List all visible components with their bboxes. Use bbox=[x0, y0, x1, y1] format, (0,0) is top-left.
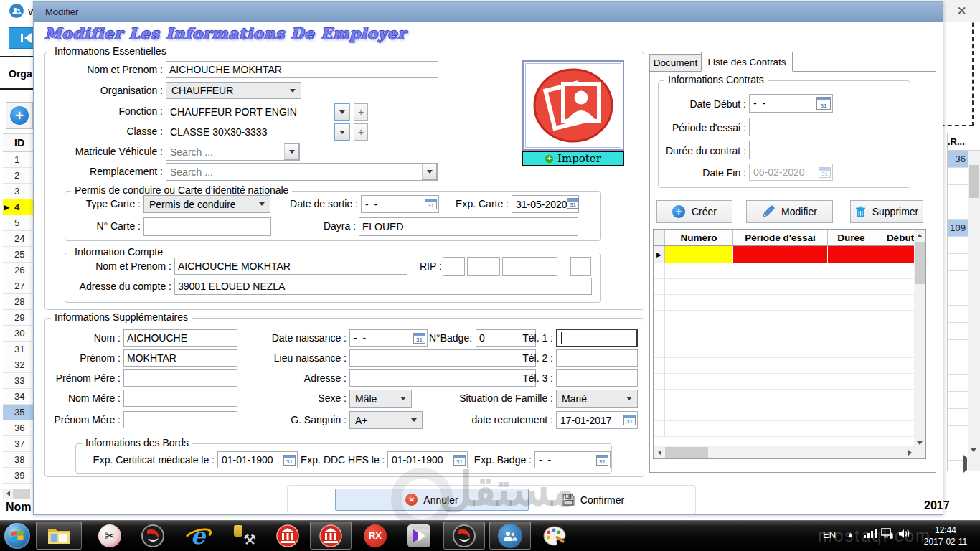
right-grid-cell[interactable] bbox=[948, 392, 968, 409]
supp-nom-input[interactable] bbox=[123, 329, 237, 347]
ddc-picker[interactable]: 01-01-190031 bbox=[387, 451, 468, 468]
contracts-table[interactable]: Numéro Période d'essai Durée Début ▶ bbox=[653, 229, 926, 459]
taskbar-hr-app-active[interactable] bbox=[489, 522, 531, 550]
classe-add-button[interactable]: + bbox=[354, 123, 368, 141]
hscroll-thumb[interactable] bbox=[13, 489, 30, 499]
exp-badge-picker[interactable]: - -31 bbox=[534, 451, 611, 468]
date-sortie-picker[interactable]: - -31 bbox=[361, 195, 439, 213]
dialog-title-bar[interactable]: Modifier bbox=[34, 2, 943, 22]
classe-combo[interactable]: CLASSE 30X30-3333 bbox=[166, 123, 350, 141]
rip-input-2[interactable] bbox=[467, 257, 500, 276]
remplacement-combo[interactable] bbox=[166, 163, 438, 181]
taskbar-kmplayer[interactable] bbox=[399, 522, 439, 550]
scroll-thumb[interactable] bbox=[665, 447, 708, 458]
taskbar-snipping-tool[interactable]: ✂ bbox=[90, 522, 129, 550]
volume-icon[interactable] bbox=[898, 528, 911, 542]
tel1-input-focused[interactable] bbox=[556, 329, 638, 347]
tab-document[interactable]: Document bbox=[649, 54, 702, 72]
language-indicator[interactable]: EN bbox=[823, 529, 836, 540]
supprimer-button[interactable]: Supprimer bbox=[850, 200, 923, 223]
taskbar-bank-app-2[interactable] bbox=[310, 522, 352, 550]
calendar-icon[interactable]: 31 bbox=[567, 198, 579, 209]
sexe-select[interactable]: Mâle bbox=[349, 390, 412, 408]
importer-button[interactable]: + Impoter bbox=[522, 151, 624, 166]
scroll-thumb[interactable] bbox=[915, 242, 925, 284]
calendar-icon[interactable]: 31 bbox=[816, 97, 831, 110]
right-grid-cell[interactable] bbox=[948, 288, 968, 306]
annuler-button[interactable]: ✕ Annuler bbox=[335, 489, 529, 511]
modifier-button[interactable]: Modifier bbox=[746, 200, 833, 223]
sanguin-select[interactable]: A+ bbox=[349, 411, 423, 429]
dropdown-button[interactable] bbox=[334, 103, 349, 121]
right-grid-cell[interactable] bbox=[948, 357, 968, 375]
recrutement-picker[interactable]: 17-01-201731 bbox=[556, 411, 638, 429]
right-grid-cell[interactable] bbox=[948, 426, 968, 443]
table-vscrollbar[interactable] bbox=[914, 230, 925, 446]
right-grid-cell[interactable]: 36 bbox=[948, 151, 968, 168]
cell-numero[interactable] bbox=[665, 246, 733, 263]
taskbar-admin-tool[interactable]: ⚒ ∙∙∙ bbox=[224, 522, 264, 550]
close-icon[interactable]: ✕ bbox=[956, 4, 966, 19]
duree-contrat-input[interactable] bbox=[749, 141, 796, 159]
fonction-add-button[interactable]: + bbox=[354, 103, 368, 121]
supp-prenom-input[interactable] bbox=[123, 349, 237, 367]
cell-periode[interactable] bbox=[733, 246, 828, 263]
taskbar-paint[interactable] bbox=[535, 522, 574, 550]
organisation-select[interactable]: CHAUFFEUR bbox=[166, 82, 301, 99]
taskbar-bank-app-1[interactable] bbox=[268, 522, 307, 550]
add-record-button[interactable]: + bbox=[6, 102, 33, 129]
right-grid-cell[interactable] bbox=[948, 375, 968, 392]
matricule-search-input[interactable] bbox=[170, 146, 281, 158]
dropdown-button[interactable] bbox=[284, 143, 299, 160]
tab-liste-contrats[interactable]: Liste des Contrats bbox=[701, 52, 793, 72]
periode-essai-input[interactable] bbox=[749, 118, 796, 136]
taskbar-clock[interactable]: 12:44 2017-02-11 bbox=[917, 524, 974, 547]
cell-debut[interactable] bbox=[875, 246, 915, 263]
right-grid-cell[interactable]: 109 bbox=[948, 220, 968, 237]
rip-input-1[interactable] bbox=[443, 257, 465, 276]
num-carte-input[interactable] bbox=[143, 217, 271, 236]
right-grid-cell[interactable] bbox=[948, 323, 968, 340]
network-icon[interactable] bbox=[881, 528, 894, 542]
tray-expand-icon[interactable]: ▲ bbox=[847, 531, 854, 538]
cell-duree[interactable] bbox=[828, 246, 875, 263]
right-grid-cell[interactable] bbox=[948, 409, 968, 426]
supp-adresse-input[interactable] bbox=[349, 369, 536, 387]
calendar-icon[interactable]: 31 bbox=[623, 415, 636, 425]
scroll-right-icon[interactable] bbox=[963, 455, 967, 473]
right-grid-cell[interactable] bbox=[948, 202, 968, 220]
right-grid-cell[interactable] bbox=[948, 271, 968, 288]
adresse-compte-input[interactable] bbox=[174, 278, 592, 295]
calendar-icon[interactable]: 31 bbox=[425, 199, 437, 209]
right-grid-scrollbar[interactable] bbox=[968, 151, 980, 471]
confirmer-button[interactable]: Confirmer bbox=[540, 489, 647, 511]
tel2-input[interactable] bbox=[556, 349, 638, 367]
famille-select[interactable]: Marié bbox=[556, 390, 638, 408]
taskbar-internet-explorer[interactable]: e bbox=[178, 522, 218, 550]
table-hscrollbar[interactable] bbox=[654, 446, 914, 458]
rip-input-4[interactable] bbox=[570, 257, 591, 276]
nom-prenom-input[interactable] bbox=[166, 61, 438, 78]
dayra-input[interactable] bbox=[359, 217, 578, 236]
calendar-icon[interactable]: 31 bbox=[596, 455, 608, 466]
signal-icon[interactable] bbox=[864, 528, 877, 538]
remplacement-search-input[interactable] bbox=[170, 166, 418, 178]
taskbar-rx-app[interactable]: RX bbox=[356, 522, 395, 550]
dropdown-button[interactable] bbox=[422, 164, 437, 180]
calendar-icon[interactable]: 31 bbox=[453, 455, 466, 466]
taskbar-comodo[interactable] bbox=[133, 522, 172, 550]
taskbar-explorer[interactable] bbox=[36, 522, 82, 550]
type-carte-select[interactable]: Permis de conduire bbox=[143, 195, 270, 213]
right-grid[interactable]: .R... 36 109 bbox=[947, 133, 980, 471]
right-grid-cell[interactable] bbox=[948, 340, 968, 357]
prenom-mere-input[interactable] bbox=[123, 411, 237, 428]
hscroll-left-arrow[interactable] bbox=[3, 489, 13, 499]
right-grid-cell[interactable] bbox=[948, 168, 968, 185]
date-debut-picker[interactable]: - -31 bbox=[749, 94, 833, 113]
scroll-thumb[interactable] bbox=[969, 165, 979, 198]
tel3-input[interactable] bbox=[556, 369, 638, 387]
lieu-naissance-input[interactable] bbox=[349, 349, 536, 367]
table-row-selected[interactable]: ▶ bbox=[654, 246, 915, 263]
dropdown-button[interactable] bbox=[334, 123, 349, 141]
calendar-icon[interactable]: 31 bbox=[283, 455, 296, 466]
